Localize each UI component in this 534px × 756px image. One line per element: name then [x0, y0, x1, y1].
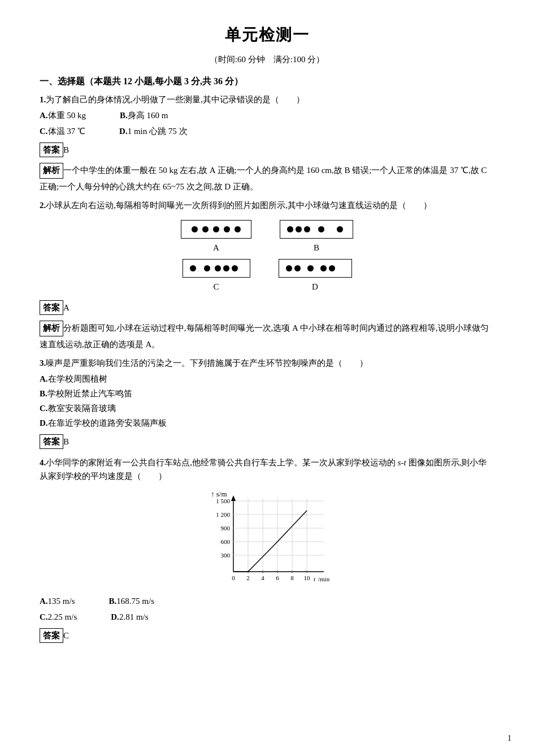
q2-answer-box: 答案 [40, 300, 63, 315]
q3-answer-val: B [63, 437, 69, 446]
q3-opt-c: C.教室安装隔音玻璃 [40, 401, 494, 415]
svg-text:4: 4 [261, 574, 264, 581]
svg-text:t: t [314, 576, 316, 582]
dot-d5 [329, 265, 335, 271]
svg-marker-33 [231, 495, 236, 501]
q1-options-row2: C.体温 37 ℃ D.1 min 心跳 75 次 [40, 124, 494, 138]
svg-text:600: 600 [220, 538, 230, 545]
q1-opt-b: B.身高 160 m [120, 109, 168, 122]
q3-answer-label: 答案 [43, 435, 60, 448]
dot-b3 [304, 226, 310, 232]
question-2: 2.小球从左向右运动,每隔相等时间曝光一次所得到的照片如图所示,其中小球做匀速直… [40, 198, 494, 212]
q4-opt-a: A.135 m/s [40, 594, 75, 608]
q1-answer-row: 答案 B [40, 140, 494, 159]
dot-a4 [224, 226, 230, 232]
dot-c4 [223, 265, 229, 271]
q4-body-prefix: 小华同学的家附近有一公共自行车站点,他经常骑公共自行车去上学。某一次从家到学校运… [46, 458, 398, 467]
dot-a3 [213, 226, 219, 232]
q1-opt-d: D.1 min 心跳 75 次 [119, 124, 187, 138]
q4-options-row2: C.2.25 m/s D.2.81 m/s [40, 610, 494, 624]
dot-b1 [287, 226, 293, 232]
svg-text:2: 2 [246, 574, 250, 581]
q1-jiexi-text: 一个中学生的体重一般在 50 kg 左右,故 A 正确;一个人的身高约是 160… [40, 166, 487, 191]
svg-text:300: 300 [220, 552, 230, 559]
dot-d2 [294, 265, 301, 271]
q3-number: 3. [40, 358, 46, 368]
diagram-b-label: B [314, 241, 319, 254]
q3-opt-b: B.学校附近禁止汽车鸣笛 [40, 387, 494, 400]
question-1: 1.为了解自己的身体情况,小明做了一些测量,其中记录错误的是（ ） [40, 93, 494, 106]
diagram-a: A [181, 220, 251, 254]
page-number: 1 [507, 732, 511, 745]
q2-jiexi-text: 分析题图可知,小球在运动过程中,每隔相等时间曝光一次,选项 A 中小球在相等时间… [40, 323, 489, 349]
diagram-b: B [280, 220, 353, 254]
svg-text:6: 6 [276, 574, 279, 581]
q1-jiexi: 解析 一个中学生的体重一般在 50 kg 左右,故 A 正确;一个人的身高约是 … [40, 162, 494, 194]
q3-options: A.在学校周围植树 B.学校附近禁止汽车鸣笛 C.教室安装隔音玻璃 D.在靠近学… [40, 372, 494, 430]
q2-answer-label: 答案 [43, 301, 60, 314]
page: 单元检测一 （时间:60 分钟 满分:100 分） 一、选择题（本题共 12 小… [0, 0, 534, 756]
dot-b4 [318, 226, 324, 232]
chart-y-label: ↑ s/m [211, 490, 227, 498]
q4-answer-val: C [63, 631, 69, 640]
q3-opt-d: D.在靠近学校的道路旁安装隔声板 [40, 416, 494, 430]
dot-b2 [296, 226, 302, 232]
q2-number: 2. [40, 201, 46, 210]
svg-text:10: 10 [303, 574, 310, 581]
svg-text:900: 900 [220, 525, 230, 532]
dot-d4 [320, 265, 327, 271]
question-4: 4.小华同学的家附近有一公共自行车站点,他经常骑公共自行车去上学。某一次从家到学… [40, 456, 494, 483]
q1-answer-label: 答案 [43, 143, 60, 157]
q4-opt-b: B.168.75 m/s [109, 594, 154, 608]
q2-diagrams: A B [40, 220, 494, 254]
q3-opt-a: A.在学校周围植树 [40, 372, 494, 386]
q2-answer-row: 答案 A [40, 298, 494, 317]
diagram-c-label: C [213, 280, 219, 293]
q1-answer-val: B [63, 145, 69, 154]
q4-chart-svg: ↑ s/m 1 500 1 200 900 600 300 0 2 4 [205, 490, 329, 589]
dot-a1 [192, 226, 198, 232]
q3-answer-box: 答案 [40, 434, 63, 449]
subtitle: （时间:60 分钟 满分:100 分） [40, 53, 494, 66]
diagram-b-box [280, 220, 353, 239]
q1-answer-box: 答案 [40, 142, 63, 157]
q4-chart: ↑ s/m 1 500 1 200 900 600 300 0 2 4 [40, 490, 494, 589]
q1-number: 1. [40, 95, 46, 104]
svg-text:1 200: 1 200 [216, 511, 230, 518]
dot-c5 [232, 265, 238, 271]
q2-jiexi: 解析 分析题图可知,小球在运动过程中,每隔相等时间曝光一次,选项 A 中小球在相… [40, 319, 494, 352]
diagram-d-label: D [312, 280, 318, 293]
diagram-c: C [183, 259, 250, 293]
q4-answer-label: 答案 [43, 629, 60, 642]
diagram-c-box [183, 259, 250, 278]
dot-b5 [337, 226, 343, 232]
dot-d1 [286, 265, 292, 271]
diagram-a-box [181, 220, 251, 239]
q2-diagrams-row2: C D [40, 259, 494, 293]
dot-a5 [235, 226, 241, 232]
svg-text:8: 8 [290, 574, 294, 581]
diagram-a-label: A [213, 241, 219, 254]
dot-c3 [215, 265, 221, 271]
dot-c1 [190, 265, 196, 271]
page-title: 单元检测一 [40, 23, 494, 48]
q1-opt-c: C.体温 37 ℃ [40, 124, 85, 138]
diagram-d-box [279, 259, 352, 278]
q2-body: 小球从左向右运动,每隔相等时间曝光一次所得到的照片如图所示,其中小球做匀速直线运… [46, 201, 432, 210]
q2-jiexi-box: 解析 [40, 321, 63, 336]
q1-body: 为了解自己的身体情况,小明做了一些测量,其中记录错误的是（ ） [46, 95, 305, 104]
q4-opt-c: C.2.25 m/s [40, 610, 77, 624]
q1-options-row1: A.体重 50 kg B.身高 160 m [40, 109, 494, 122]
diagram-d: D [279, 259, 352, 293]
q2-jiexi-label: 解析 [43, 321, 60, 336]
svg-text:0: 0 [232, 574, 235, 581]
section1-title: 一、选择题（本题共 12 小题,每小题 3 分,共 36 分） [40, 74, 494, 89]
q4-opt-d: D.2.81 m/s [111, 610, 148, 624]
dot-a2 [202, 226, 209, 232]
q1-opt-a: A.体重 50 kg [40, 109, 86, 122]
q4-number: 4. [40, 458, 46, 467]
q3-body: 噪声是严重影响我们生活的污染之一。下列措施属于在产生环节控制噪声的是（ ） [46, 358, 368, 368]
q1-jiexi-label: 解析 [43, 163, 60, 178]
dot-d3 [307, 265, 314, 271]
q3-answer-row: 答案 B [40, 432, 494, 451]
